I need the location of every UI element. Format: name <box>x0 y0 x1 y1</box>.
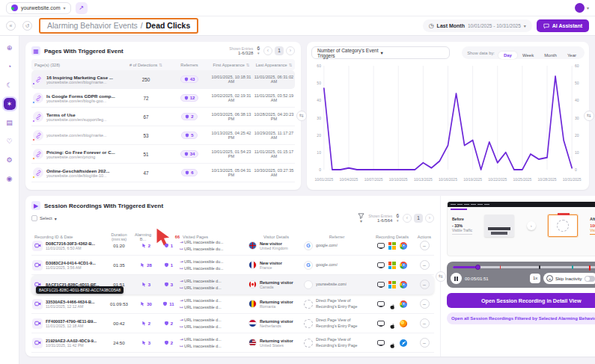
chart-metric-select[interactable]: Number of Category's Event Triggers ▾ <box>311 46 450 59</box>
sidebar-item-compass[interactable]: ⊕ <box>4 42 16 54</box>
column-header[interactable]: Last Appearance⇅ <box>253 63 295 67</box>
table-row[interactable]: D08C7216-30F3-4362-B...11/01/2025, 6:50 … <box>31 236 434 256</box>
page-size-select[interactable]: 6 ▾ <box>257 46 260 55</box>
open-external-button[interactable]: ↗ <box>76 2 88 14</box>
pause-button[interactable] <box>451 273 462 284</box>
current-page[interactable]: 1 <box>275 46 284 55</box>
table-row[interactable]: 8ACF1C21-828C-4D11-BF...01:5133⇥ URL ina… <box>31 275 434 294</box>
sidebar-item-dropper[interactable]: ◉ <box>4 173 16 185</box>
current-page[interactable]: 1 <box>414 214 423 223</box>
direct-view-icon <box>304 319 313 328</box>
filter-button[interactable]: ▾ <box>358 213 364 223</box>
column-header[interactable]: First Appearance⇅ <box>210 63 253 67</box>
column-header[interactable]: Page(s) (328) <box>31 63 123 67</box>
sidebar-item-gear[interactable]: ⚙ <box>4 154 16 166</box>
sort-icon[interactable]: ⇅ <box>159 63 162 67</box>
page-cell: Terms of Useyourwebsite.com/en/support/l… <box>31 111 123 122</box>
playhead-knob[interactable] <box>475 265 480 270</box>
sidebar-item-layers[interactable]: ▤ <box>4 117 16 129</box>
skip-inactivity-control[interactable]: » Skip Inactivity <box>543 273 595 284</box>
row-actions-button[interactable]: – <box>420 260 430 270</box>
avatar[interactable] <box>575 3 585 13</box>
entry-page-icon: ⇥ <box>180 298 183 303</box>
timeline-scrubber[interactable] <box>453 266 595 268</box>
ai-assistant-button[interactable]: AI Assistant <box>537 19 589 32</box>
breadcrumb-parent[interactable]: Alarming Behavior Events <box>47 21 138 30</box>
open-all-recordings-link[interactable]: Open all Session Recordings Filtered by … <box>447 312 595 324</box>
tab-day[interactable]: Day <box>498 52 517 59</box>
next-page-button[interactable]: › <box>286 46 295 55</box>
row-actions-button[interactable]: – <box>420 280 430 289</box>
table-row[interactable]: 16 Inspiring Marketing Case ...yourwebsi… <box>31 70 295 89</box>
show-data-by-tabs: Show data by: DayWeekMonthYear <box>462 46 585 59</box>
back-button[interactable]: ↺ <box>22 21 32 31</box>
column-header[interactable]: Referrers <box>169 63 210 67</box>
playback-speed-button[interactable]: 1x <box>530 274 540 283</box>
referrers-badge[interactable]: 2 <box>181 113 197 120</box>
page-cell: Online-Geschäftsideen 202...yourwebsite.… <box>31 167 123 178</box>
sidebar-item-shield[interactable]: ♡ <box>4 135 16 147</box>
table-row[interactable]: Terms of Useyourwebsite.com/en/support/l… <box>31 108 295 126</box>
select-all-control[interactable]: Select ▾ <box>31 215 57 221</box>
row-actions-button[interactable]: – <box>420 299 430 309</box>
referrers-badge[interactable]: 5 <box>181 132 197 139</box>
row-actions-button[interactable]: – <box>420 241 430 250</box>
visitor-country: France <box>260 265 282 270</box>
visitor-type: New visitor <box>260 261 282 265</box>
next-page-button[interactable]: › <box>425 214 434 223</box>
recording-details <box>370 281 415 289</box>
sort-icon[interactable]: ⇅ <box>246 63 250 67</box>
select-checkbox[interactable] <box>31 215 37 221</box>
exit-page: ↦ URL inaccessible du... <box>180 246 248 253</box>
collapse-panel-button[interactable]: « <box>6 21 16 31</box>
svg-text:10/10/2025: 10/10/2025 <box>389 176 408 181</box>
panel-resize-handle[interactable]: ⇆ <box>436 271 446 282</box>
flag-us-icon <box>248 339 257 347</box>
prev-page-button[interactable]: ‹ <box>403 214 412 223</box>
page-size-select[interactable]: 6 ▾ <box>396 214 399 223</box>
chrome-icon <box>400 262 407 269</box>
sidebar-item-user[interactable]: ◔ <box>4 61 16 73</box>
tab-month[interactable]: Month <box>539 52 562 59</box>
site-selector[interactable]: yourwebsite.com ▾ <box>6 2 71 14</box>
table-row[interactable]: 21929AE2-AA02-4DC9-9...10/31/2025, 11:42… <box>31 333 434 353</box>
table-row[interactable]: Is Google Forms GDPR comp...yourwebsite.… <box>31 89 295 108</box>
gear-icon: ⚙ <box>6 156 12 164</box>
prev-page-button[interactable]: ‹ <box>263 46 272 55</box>
column-header[interactable]: # of Detections⇅ <box>123 63 169 67</box>
svg-text:10/22/2025: 10/22/2025 <box>488 176 507 181</box>
page-link-icon <box>33 167 43 178</box>
table-row[interactable]: Online-Geschäftsideen 202...yourwebsite.… <box>31 164 295 182</box>
table-row[interactable]: 33530AE5-4466-4634-B...11/01/2025, 12:12… <box>31 294 434 314</box>
table-row[interactable]: D3083C24-0414-4CD1-9...11/01/2025, 3:56 … <box>31 256 434 275</box>
row-actions-button[interactable]: – <box>420 338 430 348</box>
duration: 01:09:53 <box>103 301 135 306</box>
cursor-click-icon <box>141 282 147 287</box>
panel-resize-handle[interactable]: ⇆ <box>296 111 307 121</box>
skip-inactivity-toggle[interactable] <box>585 276 595 282</box>
row-actions-button[interactable]: – <box>420 318 430 328</box>
sidebar-item-alarming-events[interactable]: ✶ <box>4 98 16 110</box>
table-row[interactable]: Pricing: Go Free Forever or C...yourwebs… <box>31 145 295 164</box>
svg-text:30: 30 <box>317 115 321 120</box>
date-range-picker[interactable]: ◷ Last Month 10/01/2025 - 10/31/2025 ▾ <box>423 19 532 32</box>
referrers-badge[interactable]: 12 <box>180 94 199 102</box>
tab-week[interactable]: Week <box>517 52 539 59</box>
sidebar-item-moon[interactable]: ☾ <box>4 79 16 91</box>
referrers-badge[interactable]: 6 <box>181 169 197 176</box>
visitor-details: Returning visitorNetherlands <box>248 319 304 328</box>
sort-icon[interactable]: ⇅ <box>289 63 293 67</box>
referrers-badge[interactable]: 43 <box>180 75 199 83</box>
status-dot <box>32 120 35 123</box>
referrer-cell: yourwebsite.com/ <box>304 280 370 289</box>
exit-page-icon: ↦ <box>180 266 183 271</box>
chevron-down-icon[interactable]: ▾ <box>587 5 589 10</box>
apple-icon <box>388 342 396 350</box>
panel-resize-handle[interactable]: ⇆ <box>584 111 594 121</box>
open-recording-button[interactable]: Open Session Recording in Detail View <box>447 293 595 308</box>
referrers-badge[interactable]: 34 <box>180 150 199 158</box>
tab-year[interactable]: Year <box>562 52 582 59</box>
table-row[interactable]: yourwebsite.com/en/blog/marke...53510/13… <box>31 126 295 145</box>
recording-thumbnail[interactable]: Before - 33% Visible Traffic › After 100… <box>447 201 595 256</box>
table-row[interactable]: FF400037-4790-4E11-B9...11/01/2025, 12:1… <box>31 314 434 333</box>
